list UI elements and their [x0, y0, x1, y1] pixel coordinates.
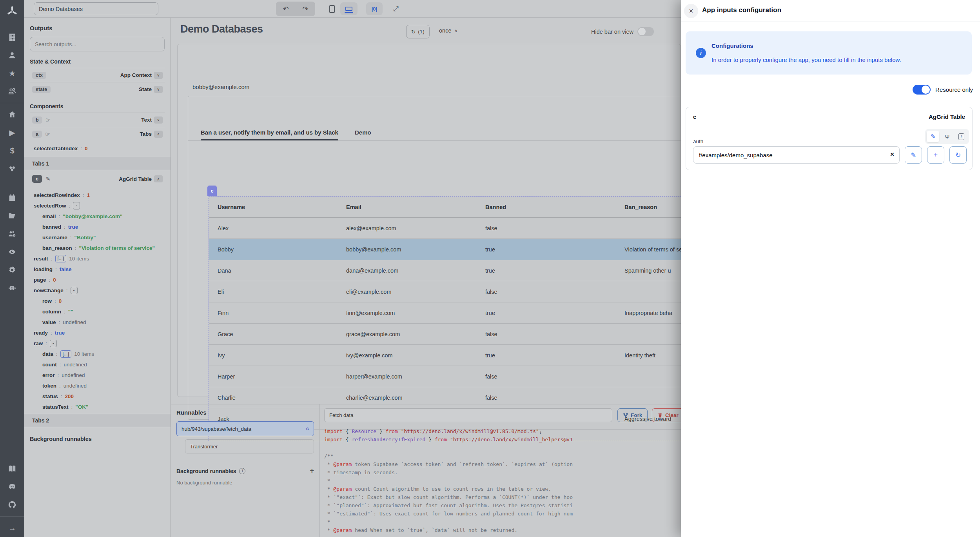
tree-row[interactable]: loading:false — [34, 264, 163, 275]
user-icon[interactable] — [0, 46, 24, 64]
refresh-resource-button[interactable]: ↻ — [949, 146, 967, 164]
runs-play-icon[interactable]: ▶ — [0, 124, 24, 142]
clear-input-icon[interactable]: × — [890, 151, 894, 158]
tree-row[interactable]: raw:- — [34, 338, 163, 349]
fullscreen-expand-icon[interactable]: ⤢ — [389, 2, 403, 15]
canvas-tab[interactable]: Ban a user, notify them by email, and us… — [201, 129, 338, 140]
schedule-dropdown[interactable]: once∨ — [439, 27, 458, 34]
state-id-chip: state — [32, 86, 51, 93]
code-line: import { Resource } from "https://deno.l… — [324, 427, 679, 435]
table-row[interactable]: Elieli@example.comfalse — [209, 281, 681, 302]
chevron-up-icon[interactable]: ∧ — [154, 175, 163, 182]
table-column-header[interactable]: Ban_reason — [624, 204, 681, 210]
github-icon[interactable] — [0, 496, 24, 514]
runnable-item-selected[interactable]: hub/943/supabase/fetch_data c — [176, 421, 314, 436]
settings-gear-icon[interactable] — [0, 261, 24, 279]
resources-icon[interactable] — [0, 160, 24, 178]
add-background-runnable-button[interactable]: + — [310, 467, 314, 475]
selected-component-badge[interactable]: c — [207, 186, 217, 196]
mobile-view-button[interactable] — [325, 2, 339, 15]
tree-row[interactable]: selectedRow:- — [34, 200, 163, 211]
tree-row[interactable]: page:0 — [34, 275, 163, 285]
add-resource-button[interactable]: + — [927, 146, 944, 164]
component-c-row[interactable]: c ✎ AgGrid Table∧ — [30, 170, 165, 187]
schedules-calendar-icon[interactable] — [0, 189, 24, 207]
code-line: * @param token Supabase `access_token` a… — [324, 460, 679, 468]
tree-row[interactable]: data:[...]10 items — [34, 349, 163, 359]
tree-row[interactable]: count:undefined — [34, 359, 163, 370]
close-drawer-button[interactable]: × — [684, 4, 698, 18]
table-row[interactable]: Bobbybobby@example.comtrueViolation of t… — [209, 239, 681, 260]
chevron-down-icon[interactable]: ∨ — [154, 86, 163, 93]
tree-row[interactable]: username:"Bobby" — [34, 232, 163, 243]
tree-row[interactable]: result:[...]10 items — [34, 253, 163, 264]
folders-icon[interactable] — [0, 207, 24, 225]
undo-icon[interactable]: ↶ — [283, 5, 289, 13]
variables-dollar-icon[interactable]: $ — [0, 142, 24, 160]
table-row[interactable]: Danadana@example.comtrueSpamming other u — [209, 260, 681, 281]
table-row[interactable]: Gracegrace@example.comfalse — [209, 324, 681, 345]
resource-path-input[interactable] — [693, 146, 900, 164]
favorites-star-icon[interactable]: ★ — [0, 64, 24, 82]
tree-row[interactable]: ban_reason:"Violation of terms of servic… — [34, 243, 163, 253]
table-column-header[interactable]: Banned — [485, 204, 624, 210]
hide-bar-toggle[interactable] — [637, 27, 654, 36]
tabs2-section-header[interactable]: Tabs 2 — [24, 414, 171, 427]
table-row[interactable]: Ivyivy@example.comtrueIdentity theft — [209, 345, 681, 366]
table-row[interactable]: Harperharper@example.comfalse — [209, 366, 681, 387]
edit-pencil-icon[interactable]: ✎ — [46, 176, 51, 182]
user-groups-icon[interactable] — [0, 82, 24, 100]
home-icon[interactable] — [0, 106, 24, 124]
selected-tab-index-row[interactable]: selectedTabIndex: 0 — [30, 143, 165, 154]
chevron-up-icon[interactable]: ∧ — [154, 131, 163, 138]
component-a-row[interactable]: a ☞ Tabs∧ — [30, 127, 165, 141]
code-editor-content[interactable]: import { Resource } from "https://deno.l… — [324, 427, 679, 535]
connect-mode-button[interactable]: Ψ — [941, 131, 953, 142]
tree-row[interactable]: selectedRowIndex:1 — [34, 190, 163, 200]
tree-row[interactable]: newChange:- — [34, 285, 163, 296]
table-column-header[interactable]: Email — [346, 204, 485, 210]
tabs1-section-header[interactable]: Tabs 1 — [24, 157, 171, 170]
groups-settings-icon[interactable] — [0, 225, 24, 243]
tree-row[interactable]: token:undefined — [34, 380, 163, 391]
static-mode-button[interactable]: ✎ — [927, 131, 939, 142]
redo-icon[interactable]: ↷ — [302, 5, 308, 13]
center-layout-button[interactable]: |0| — [366, 2, 383, 15]
tree-row[interactable]: banned:true — [34, 222, 163, 232]
chevron-down-icon[interactable]: ∨ — [154, 72, 163, 79]
search-outputs-input[interactable] — [30, 37, 165, 51]
tree-row[interactable]: error:undefined — [34, 370, 163, 380]
tree-row[interactable]: row:0 — [34, 296, 163, 306]
ai-robot-icon[interactable] — [0, 279, 24, 297]
desktop-view-button[interactable] — [340, 2, 358, 15]
windmill-logo[interactable] — [5, 5, 19, 18]
table-column-header[interactable]: Username — [209, 204, 346, 210]
tree-row[interactable]: column:"" — [34, 306, 163, 317]
tree-row[interactable]: statusText:"OK" — [34, 402, 163, 412]
workspace-icon[interactable] — [0, 28, 24, 46]
discord-icon[interactable] — [0, 478, 24, 496]
expand-sidebar-arrow-icon[interactable]: → — [0, 519, 24, 537]
docs-book-icon[interactable] — [0, 460, 24, 478]
app-name-input[interactable] — [34, 2, 158, 15]
table-row[interactable]: Alexalex@example.comfalse — [209, 218, 681, 239]
audit-logs-eye-icon[interactable] — [0, 243, 24, 261]
ctx-row[interactable]: ctx App Context∨ — [30, 68, 165, 82]
state-row[interactable]: state State∨ — [30, 82, 165, 96]
component-b-row[interactable]: b ☞ Text∨ — [30, 113, 165, 127]
runnable-title-input[interactable]: Fetch data — [324, 408, 612, 422]
transformer-item[interactable]: Transformer — [185, 439, 314, 453]
tree-row[interactable]: ready:true — [34, 328, 163, 338]
tree-row[interactable]: value:undefined — [34, 317, 163, 328]
eval-mode-button[interactable]: f — [955, 131, 967, 142]
edit-resource-button[interactable]: ✎ — [905, 146, 922, 164]
chevron-down-icon[interactable]: ∨ — [154, 117, 163, 124]
tree-row[interactable]: email:"bobby@example.com" — [34, 211, 163, 222]
canvas-tab[interactable]: Demo — [355, 129, 371, 140]
refresh-all-button[interactable]: ↻ (1) — [406, 25, 430, 38]
table-row[interactable]: Finnfinn@example.comtrueInappropriate be… — [209, 302, 681, 324]
fork-button[interactable]: Fork — [617, 408, 648, 422]
tree-row[interactable]: status:200 — [34, 391, 163, 402]
resource-only-toggle[interactable] — [913, 85, 931, 95]
clear-button[interactable]: Clear — [652, 408, 681, 422]
